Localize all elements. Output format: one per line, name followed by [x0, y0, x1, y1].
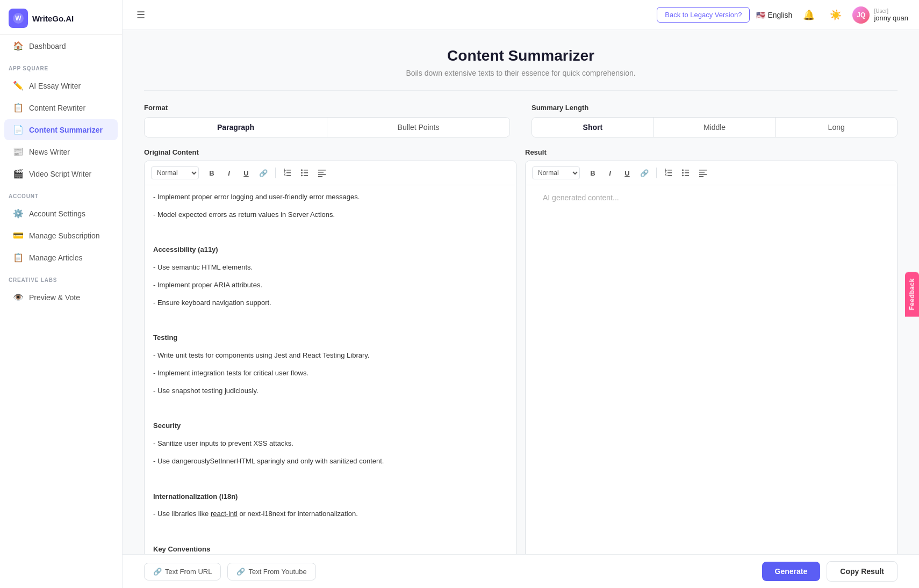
svg-text:W: W: [15, 14, 21, 22]
link-icon: 🔗: [153, 568, 162, 576]
result-link-button[interactable]: 🔗: [637, 165, 652, 180]
original-unordered-list-button[interactable]: [297, 165, 312, 180]
page-subtitle: Boils down extensive texts to their esse…: [144, 69, 898, 77]
preview-vote-icon: 👁️: [13, 292, 24, 302]
notification-button[interactable]: 🔔: [799, 7, 819, 23]
summary-length-btn-group: Short Middle Long: [532, 117, 898, 137]
sidebar-item-account-settings-label: Account Settings: [29, 209, 85, 218]
result-column: Result Normal Heading 1 Heading 2 B I U …: [525, 148, 898, 554]
sidebar-item-content-rewriter-label: Content Rewriter: [29, 104, 85, 112]
text-from-youtube-label: Text From Youtube: [248, 568, 306, 576]
page-title: Content Summarizer: [144, 47, 898, 64]
text-from-youtube-button[interactable]: 🔗 Text From Youtube: [227, 563, 315, 580]
svg-point-12: [301, 172, 303, 173]
format-label: Format: [144, 104, 510, 112]
language-selector[interactable]: 🇺🇸 English: [756, 11, 792, 19]
dashboard-icon: 🏠: [13, 41, 24, 51]
summary-length-label: Summary Length: [532, 104, 898, 112]
result-align-button[interactable]: [695, 165, 710, 180]
user-name: jonny quan: [874, 14, 908, 22]
sidebar-item-dashboard[interactable]: 🏠 Dashboard: [4, 35, 118, 56]
result-style-select[interactable]: Normal Heading 1 Heading 2: [532, 166, 580, 179]
format-btn-group: Paragraph Bullet Points: [144, 117, 510, 137]
original-align-button[interactable]: [314, 165, 329, 180]
result-italic-button[interactable]: I: [602, 165, 618, 180]
result-unordered-list-button[interactable]: [678, 165, 693, 180]
original-link-button[interactable]: 🔗: [256, 165, 271, 180]
format-bullet-points-button[interactable]: Bullet Points: [327, 118, 509, 137]
sidebar: W WriteGo.AI 🏠 Dashboard APP SQUARE ✏️ A…: [0, 0, 123, 588]
sidebar-item-content-rewriter[interactable]: 📋 Content Rewriter: [4, 97, 118, 118]
svg-rect-10: [304, 175, 308, 176]
result-bold-button[interactable]: B: [585, 165, 600, 180]
original-style-select[interactable]: Normal Heading 1 Heading 2: [151, 166, 199, 179]
svg-rect-26: [685, 175, 689, 176]
toolbar-separator-1: [275, 168, 276, 178]
news-writer-icon: 📰: [13, 147, 24, 157]
copy-result-button[interactable]: Copy Result: [827, 561, 898, 582]
menu-toggle-button[interactable]: ☰: [133, 6, 148, 24]
svg-text:3.: 3.: [284, 173, 286, 177]
length-middle-button[interactable]: Middle: [654, 118, 776, 137]
sidebar-item-manage-subscription[interactable]: 💳 Manage Subscription: [4, 225, 118, 246]
manage-subscription-icon: 💳: [13, 230, 24, 241]
svg-text:3.: 3.: [665, 173, 667, 177]
original-underline-button[interactable]: U: [239, 165, 254, 180]
feedback-tab[interactable]: Feedback: [905, 272, 919, 316]
svg-rect-17: [318, 176, 322, 177]
svg-rect-32: [699, 174, 707, 175]
sidebar-item-manage-subscription-label: Manage Subscription: [29, 231, 100, 240]
language-label: English: [767, 11, 792, 19]
svg-rect-4: [286, 175, 291, 176]
result-underline-button[interactable]: U: [620, 165, 635, 180]
account-settings-icon: ⚙️: [13, 208, 24, 219]
length-long-button[interactable]: Long: [776, 118, 897, 137]
logo-area: W WriteGo.AI: [0, 0, 122, 35]
length-short-button[interactable]: Short: [532, 118, 654, 137]
format-paragraph-button[interactable]: Paragraph: [145, 118, 327, 137]
svg-rect-2: [286, 170, 291, 171]
controls-row: Format Paragraph Bullet Points Summary L…: [144, 104, 898, 137]
user-menu[interactable]: JQ [User] jonny quan: [852, 6, 908, 24]
flag-icon: 🇺🇸: [756, 11, 765, 19]
theme-toggle-button[interactable]: ☀️: [825, 7, 846, 23]
original-content-label: Original Content: [144, 148, 516, 161]
logo-icon: W: [9, 9, 28, 28]
sidebar-item-account-settings[interactable]: ⚙️ Account Settings: [4, 203, 118, 224]
svg-point-11: [301, 169, 303, 171]
content-summarizer-icon: 📄: [13, 125, 24, 135]
result-ordered-list-button[interactable]: 1.2.3.: [661, 165, 676, 180]
sidebar-item-video-script-writer[interactable]: 🎬 Video Script Writer: [4, 163, 118, 184]
original-content-body[interactable]: - Implement proper error logging and use…: [145, 185, 516, 554]
original-italic-button[interactable]: I: [221, 165, 236, 180]
original-bold-button[interactable]: B: [204, 165, 219, 180]
svg-rect-16: [318, 174, 326, 175]
format-group: Format Paragraph Bullet Points: [144, 104, 510, 137]
youtube-icon: 🔗: [236, 568, 245, 576]
svg-rect-25: [685, 172, 689, 173]
user-info: [User] jonny quan: [874, 8, 908, 22]
sidebar-item-ai-essay-writer[interactable]: ✏️ AI Essay Writer: [4, 75, 118, 96]
user-avatar: JQ: [852, 6, 870, 24]
main-area: ☰ Back to Legacy Version? 🇺🇸 English 🔔 ☀…: [123, 0, 919, 588]
sidebar-item-preview-vote[interactable]: 👁️ Preview & Vote: [4, 287, 118, 308]
section-label-app-square: APP SQUARE: [0, 57, 122, 75]
legacy-version-button[interactable]: Back to Legacy Version?: [657, 7, 750, 23]
page-content: Content Summarizer Boils down extensive …: [123, 30, 919, 554]
svg-point-27: [682, 169, 684, 171]
sidebar-item-news-writer[interactable]: 📰 News Writer: [4, 141, 118, 162]
generate-button[interactable]: Generate: [762, 562, 821, 581]
bottom-bar: 🔗 Text From URL 🔗 Text From Youtube Gene…: [123, 554, 919, 588]
result-placeholder: AI generated content...: [534, 185, 628, 210]
logo-text: WriteGo.AI: [32, 14, 74, 23]
content-rewriter-icon: 📋: [13, 103, 24, 113]
original-content-toolbar: Normal Heading 1 Heading 2 B I U 🔗 1.2.3…: [145, 161, 516, 185]
topnav: ☰ Back to Legacy Version? 🇺🇸 English 🔔 ☀…: [123, 0, 919, 30]
sidebar-item-manage-articles[interactable]: 📋 Manage Articles: [4, 247, 118, 268]
svg-rect-9: [304, 172, 308, 173]
sidebar-item-video-script-label: Video Script Writer: [29, 170, 91, 178]
editor-row: Original Content Normal Heading 1 Headin…: [144, 148, 898, 554]
original-ordered-list-button[interactable]: 1.2.3.: [280, 165, 295, 180]
text-from-url-button[interactable]: 🔗 Text From URL: [144, 563, 221, 580]
sidebar-item-content-summarizer[interactable]: 📄 Content Summarizer: [4, 119, 118, 140]
